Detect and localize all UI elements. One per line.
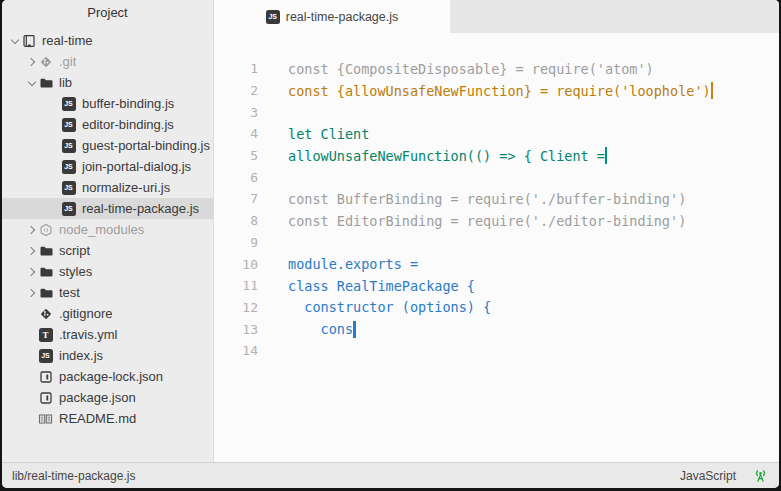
code-text: const {allowUnsafeNewFunction} = require…	[258, 83, 711, 99]
tab-title: real-time-package.js	[286, 10, 399, 24]
git-icon	[38, 54, 53, 69]
editor-pane: JS real-time-package.js 1const {Composit…	[214, 0, 779, 462]
chevron-spacer	[48, 122, 61, 127]
chevron-right-icon[interactable]	[25, 290, 38, 296]
tree-item-node-modules[interactable]: node_modules	[2, 219, 213, 240]
code-line: 7const BufferBinding = require('./buffer…	[214, 188, 779, 210]
tree-item-label: guest-portal-binding.js	[82, 138, 210, 153]
line-number: 5	[214, 148, 258, 163]
code-line: 1const {CompositeDisposable} = require('…	[214, 58, 779, 80]
tree-item-guest-portal-binding[interactable]: JS guest-portal-binding.js	[2, 135, 213, 156]
tree-item-normalize-uri[interactable]: JS normalize-uri.js	[2, 177, 213, 198]
line-number: 14	[214, 343, 258, 358]
tree-item-label: script	[59, 243, 90, 258]
code-text: const EditorBinding = require('./editor-…	[258, 213, 686, 229]
chevron-spacer	[25, 353, 38, 358]
main-area: Project real-time .git	[2, 0, 779, 462]
js-file-icon: JS	[61, 117, 76, 132]
node-icon	[38, 222, 53, 237]
code-editor[interactable]: 1const {CompositeDisposable} = require('…	[214, 33, 779, 462]
line-number: 4	[214, 126, 258, 141]
line-number: 8	[214, 213, 258, 228]
tree-item-label: normalize-uri.js	[82, 180, 170, 195]
tree-item-styles[interactable]: styles	[2, 261, 213, 282]
line-number: 11	[214, 278, 258, 293]
package-icon	[38, 369, 53, 384]
tree-item-package-json[interactable]: package.json	[2, 387, 213, 408]
chevron-spacer	[25, 374, 38, 379]
git-icon	[38, 306, 53, 321]
sidebar-title: Project	[2, 0, 213, 26]
tree-item-readme[interactable]: README.md	[2, 408, 213, 429]
js-file-icon: JS	[266, 10, 280, 24]
code-line: 13 cons	[214, 318, 779, 340]
tree-item-join-portal-dialog[interactable]: JS join-portal-dialog.js	[2, 156, 213, 177]
tree-item-real-time[interactable]: real-time	[2, 30, 213, 51]
teletype-broadcast-icon[interactable]	[752, 467, 769, 484]
package-icon	[38, 390, 53, 405]
grammar-selector[interactable]: JavaScript	[680, 469, 736, 483]
chevron-right-icon[interactable]	[25, 248, 38, 254]
tree-item-label: lib	[59, 75, 72, 90]
tree-item-label: styles	[59, 264, 92, 279]
tree-item-index-js[interactable]: JS index.js	[2, 345, 213, 366]
tree-item-git-folder[interactable]: .git	[2, 51, 213, 72]
code-line: 4let Client	[214, 123, 779, 145]
js-file-icon: JS	[61, 96, 76, 111]
code-text: const BufferBinding = require('./buffer-…	[258, 191, 686, 207]
tree-item-travis-yml[interactable]: T .travis.yml	[2, 324, 213, 345]
chevron-spacer	[48, 143, 61, 148]
tree-item-lib[interactable]: lib	[2, 72, 213, 93]
tree-item-buffer-binding[interactable]: JS buffer-binding.js	[2, 93, 213, 114]
chevron-down-icon[interactable]	[25, 81, 38, 85]
line-number: 6	[214, 170, 258, 185]
status-file-path: lib/real-time-package.js	[12, 469, 135, 483]
chevron-spacer	[48, 185, 61, 190]
repo-icon	[21, 33, 36, 48]
remote-cursor-teal	[605, 147, 608, 164]
code-line: 2const {allowUnsafeNewFunction} = requir…	[214, 80, 779, 102]
line-number: 10	[214, 257, 258, 272]
tree-item-gitignore[interactable]: .gitignore	[2, 303, 213, 324]
travis-icon: T	[38, 327, 53, 342]
code-line: 11class RealTimePackage {	[214, 275, 779, 297]
code-text: const {CompositeDisposable} = require('a…	[258, 61, 654, 77]
code-line: 3	[214, 101, 779, 123]
js-file-icon: JS	[38, 348, 53, 363]
code-line: 5allowUnsafeNewFunction(() => { Client =	[214, 145, 779, 167]
js-file-icon: JS	[61, 159, 76, 174]
tree-item-label: .travis.yml	[59, 327, 118, 342]
tree-item-label: .git	[59, 54, 76, 69]
code-line: 8const EditorBinding = require('./editor…	[214, 210, 779, 232]
tree-item-label: index.js	[59, 348, 103, 363]
tree-item-label: package-lock.json	[59, 369, 163, 384]
js-file-icon: JS	[61, 180, 76, 195]
chevron-spacer	[25, 332, 38, 337]
folder-icon	[38, 75, 53, 90]
line-number: 1	[214, 61, 258, 76]
tree-item-editor-binding[interactable]: JS editor-binding.js	[2, 114, 213, 135]
tree-item-script[interactable]: script	[2, 240, 213, 261]
code-line: 6	[214, 166, 779, 188]
tree-item-test[interactable]: test	[2, 282, 213, 303]
chevron-spacer	[25, 416, 38, 421]
code-text: cons	[258, 321, 353, 337]
chevron-right-icon[interactable]	[25, 59, 38, 65]
tab-bar-empty-area	[450, 0, 779, 33]
chevron-down-icon[interactable]	[8, 39, 21, 43]
tree-item-label: .gitignore	[59, 306, 112, 321]
code-text: module.exports =	[258, 256, 418, 272]
tree-item-label: buffer-binding.js	[82, 96, 174, 111]
chevron-right-icon[interactable]	[25, 227, 38, 233]
tab-bar: JS real-time-package.js	[214, 0, 779, 33]
chevron-spacer	[48, 164, 61, 169]
code-line: 14	[214, 340, 779, 362]
code-text: let Client	[258, 126, 369, 142]
tab-real-time-package[interactable]: JS real-time-package.js	[214, 0, 450, 33]
chevron-spacer	[48, 101, 61, 106]
chevron-right-icon[interactable]	[25, 269, 38, 275]
code-text: allowUnsafeNewFunction(() => { Client =	[258, 148, 605, 164]
book-icon	[38, 411, 53, 426]
tree-item-package-lock[interactable]: package-lock.json	[2, 366, 213, 387]
tree-item-real-time-package[interactable]: JS real-time-package.js	[2, 198, 213, 219]
